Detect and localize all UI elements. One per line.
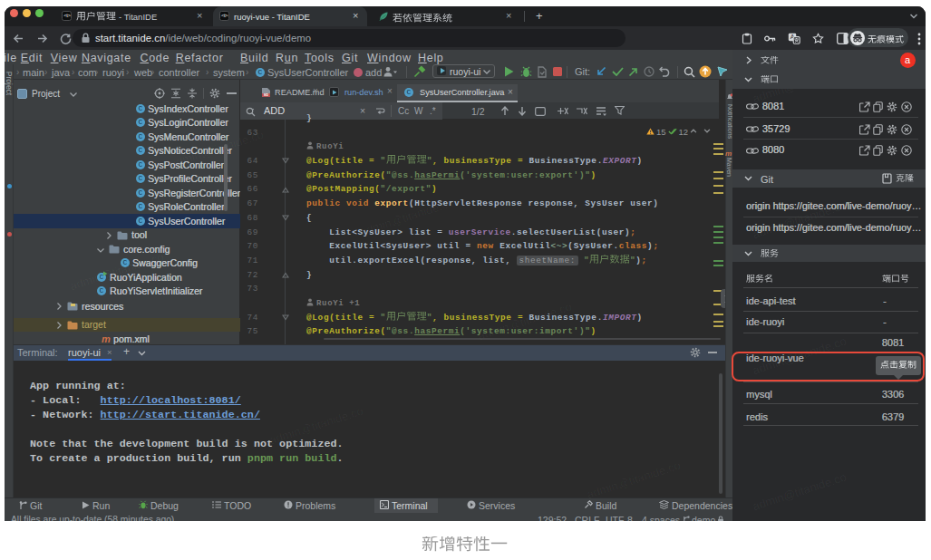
svg-text:MD: MD (264, 93, 269, 97)
